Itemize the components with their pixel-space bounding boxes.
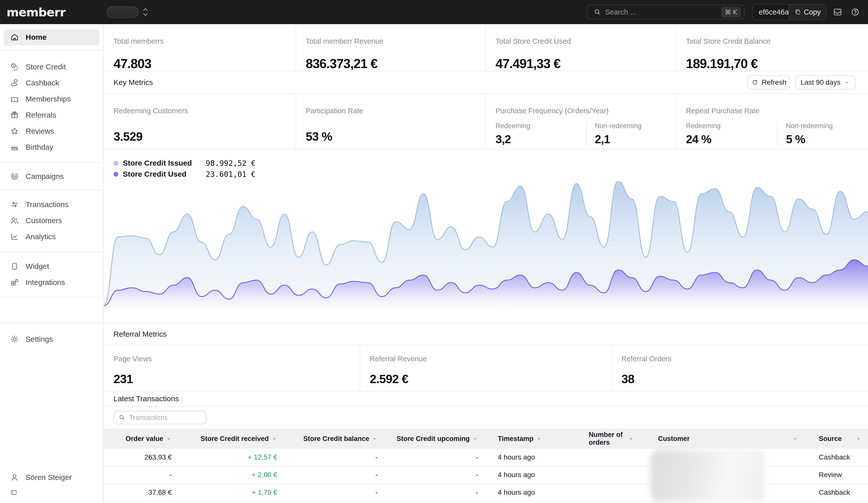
sidebar-item-label: Home bbox=[25, 33, 46, 41]
blocks-icon bbox=[10, 278, 19, 287]
sidebar-item-reviews[interactable]: Reviews bbox=[0, 123, 103, 139]
sidebar-item-widget[interactable]: Widget bbox=[0, 258, 103, 274]
sidebar-item-store-credit[interactable]: Store Credit bbox=[0, 59, 103, 75]
shortcut-badge: ⌘ K bbox=[721, 7, 741, 18]
sidebar-footer: Sören Steiger bbox=[0, 469, 103, 500]
users-icon bbox=[10, 216, 19, 225]
refresh-button[interactable]: Refresh bbox=[747, 75, 790, 90]
legend-label: Store Credit Issued bbox=[123, 159, 206, 167]
non-redeeming-stat: Non-redeeming 2,1 bbox=[586, 122, 676, 146]
cell-source: Cashback bbox=[805, 489, 868, 496]
legend-item-issued: Store Credit Issued 98.992,52 € bbox=[114, 157, 256, 168]
chevron-down-icon bbox=[792, 436, 798, 442]
section-title: Referral Metrics bbox=[114, 330, 167, 338]
cell-timestamp: 4 hours ago bbox=[478, 489, 559, 496]
cashback-icon bbox=[10, 79, 19, 88]
copy-button[interactable]: Copy bbox=[788, 4, 827, 20]
cell-credit-received: + 12,57 € bbox=[172, 453, 277, 461]
chevron-updown-icon[interactable] bbox=[141, 6, 150, 18]
copy-label: Copy bbox=[804, 8, 821, 16]
sidebar-item-label: Birthday bbox=[25, 143, 53, 152]
sidebar-item-cashback[interactable]: Cashback bbox=[0, 75, 103, 91]
legend-swatch-blue bbox=[114, 161, 118, 166]
date-range-select[interactable]: Last 90 days bbox=[795, 75, 856, 90]
card-purchase-frequency: Purchase Frequency (Orders/Year) Redeemi… bbox=[486, 94, 676, 149]
sidebar-item-referrals[interactable]: Referrals bbox=[0, 107, 103, 123]
sidebar: Home Store Credit Cashback Memberships bbox=[0, 24, 103, 503]
chart-legend: Store Credit Issued 98.992,52 € Store Cr… bbox=[114, 157, 256, 179]
help-icon[interactable] bbox=[850, 7, 860, 17]
home-icon bbox=[10, 33, 19, 42]
cell-credit-upcoming: - bbox=[378, 471, 478, 479]
transactions-search[interactable] bbox=[114, 411, 206, 424]
card-referral-orders: Referral Orders 38 bbox=[612, 345, 868, 391]
chevron-down-icon bbox=[372, 436, 378, 442]
star-icon bbox=[10, 127, 19, 136]
sidebar-item-analytics[interactable]: Analytics bbox=[0, 229, 103, 245]
cell-credit-balance: - bbox=[277, 489, 378, 496]
sub-value: 2,1 bbox=[595, 132, 676, 146]
card-page-views: Page Views 231 bbox=[104, 345, 360, 391]
global-search[interactable]: ⌘ K bbox=[587, 5, 745, 19]
collapse-sidebar-button[interactable] bbox=[0, 485, 103, 500]
collapse-panel-icon bbox=[10, 489, 18, 496]
app-window: memberr ⌘ K ef6ce46a Copy bbox=[0, 0, 868, 503]
sub-value: 3,2 bbox=[496, 132, 586, 146]
legend-value: 98.992,52 € bbox=[206, 159, 256, 167]
card-total-revenue: Total memberr Revenue 836.373,21 € bbox=[296, 24, 486, 71]
search-input[interactable] bbox=[605, 8, 721, 16]
ticket-icon bbox=[10, 94, 19, 103]
store-selector-dropdown[interactable] bbox=[106, 6, 138, 18]
card-label: Total memberrs bbox=[114, 37, 296, 45]
card-value: 189.191,70 € bbox=[686, 56, 868, 71]
coins-icon bbox=[10, 62, 19, 71]
sidebar-item-home[interactable]: Home bbox=[3, 29, 100, 45]
cell-source: Review bbox=[805, 471, 868, 479]
sub-value: 24 % bbox=[686, 132, 777, 146]
col-header-order-value[interactable]: Order value bbox=[104, 435, 172, 443]
redeeming-stat: Redeeming 3,2 bbox=[496, 122, 586, 146]
main-content: Total memberrs 47.803 Total memberr Reve… bbox=[104, 24, 868, 503]
sidebar-item-memberships[interactable]: Memberships bbox=[0, 91, 103, 107]
transactions-search-input[interactable] bbox=[129, 414, 202, 422]
card-referral-revenue: Referral Revenue 2.592 € bbox=[360, 345, 612, 391]
col-header-source[interactable]: Source bbox=[805, 435, 868, 443]
card-label: Repeat Purchase Rate bbox=[686, 107, 868, 115]
col-header-credit-balance[interactable]: Store Credit balance bbox=[277, 435, 378, 443]
sub-label: Redeeming bbox=[686, 122, 777, 130]
sidebar-item-campaigns[interactable]: Campaigns bbox=[0, 168, 103, 184]
col-header-credit-received[interactable]: Store Credit received bbox=[172, 435, 277, 443]
gift-icon bbox=[10, 111, 19, 120]
cell-credit-balance: - bbox=[277, 453, 378, 461]
campaign-icon bbox=[10, 172, 19, 181]
cell-timestamp: 4 hours ago bbox=[478, 471, 559, 479]
non-redeeming-stat: Non-redeeming 5 % bbox=[777, 122, 868, 146]
card-value: 47.803 bbox=[114, 56, 296, 71]
legend-label: Store Credit Used bbox=[123, 170, 206, 178]
col-header-credit-upcoming[interactable]: Store Credit upcoming bbox=[378, 435, 478, 443]
inbox-icon[interactable] bbox=[833, 7, 843, 17]
stats-row-key-metrics: Redeeming Customers 3.529 Participation … bbox=[104, 94, 868, 150]
legend-item-used: Store Credit Used 23.601,01 € bbox=[114, 168, 256, 179]
col-header-timestamp[interactable]: Timestamp bbox=[478, 435, 559, 443]
sidebar-item-birthday[interactable]: Birthday bbox=[0, 139, 103, 155]
card-label: Page Views bbox=[114, 355, 360, 363]
sidebar-item-transactions[interactable]: Transactions bbox=[0, 196, 103, 213]
user-menu[interactable]: Sören Steiger bbox=[0, 469, 103, 485]
col-header-customer[interactable]: Customer bbox=[634, 435, 805, 443]
card-label: Total Store Credit Balance bbox=[686, 37, 868, 45]
card-value: 3.529 bbox=[114, 130, 296, 143]
sidebar-item-label: Customers bbox=[25, 216, 62, 225]
sidebar-item-settings[interactable]: Settings bbox=[0, 331, 103, 347]
chevron-down-icon bbox=[271, 436, 277, 442]
sidebar-item-label: Campaigns bbox=[25, 172, 64, 181]
card-total-members: Total memberrs 47.803 bbox=[104, 24, 296, 71]
card-value: 836.373,21 € bbox=[306, 56, 485, 71]
store-credit-area-chart[interactable] bbox=[104, 181, 868, 308]
col-header-number-of-orders[interactable]: Number of orders bbox=[559, 431, 634, 446]
sidebar-item-customers[interactable]: Customers bbox=[0, 213, 103, 229]
sidebar-item-integrations[interactable]: Integrations bbox=[0, 274, 103, 290]
referral-metrics-row: Page Views 231 Referral Revenue 2.592 € … bbox=[104, 345, 868, 391]
customer-privacy-blur bbox=[651, 450, 765, 502]
user-name: Sören Steiger bbox=[25, 473, 72, 482]
